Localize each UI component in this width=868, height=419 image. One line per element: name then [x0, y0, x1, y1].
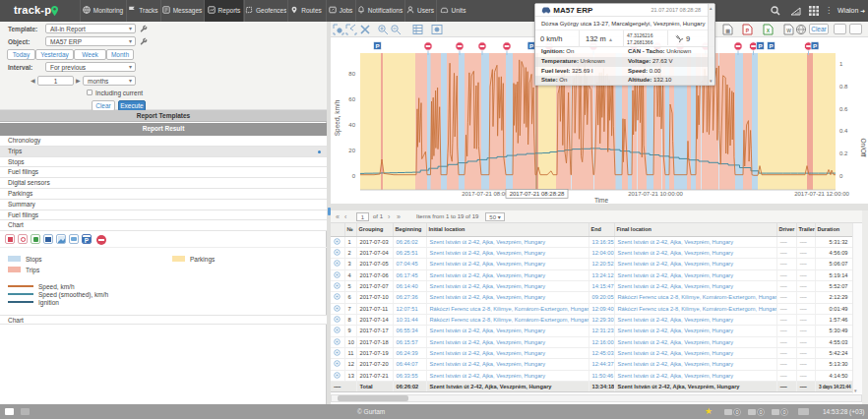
svg-text:20: 20	[348, 148, 355, 153]
svg-text:2017-07-21 10:00:00: 2017-07-21 10:00:00	[628, 191, 683, 197]
svg-text:▦: ▦	[725, 28, 730, 33]
svg-text:2017-07-21 08:28:28: 2017-07-21 08:28:28	[510, 191, 565, 197]
svg-text:0.4: 0.4	[839, 128, 848, 134]
svg-text:80: 80	[348, 71, 355, 77]
svg-text:60: 60	[348, 96, 355, 102]
svg-text:P: P	[529, 42, 533, 49]
svg-text:P: P	[769, 42, 773, 49]
svg-text:On/Off: On/Off	[860, 138, 867, 156]
svg-text:P: P	[375, 42, 379, 49]
svg-text:0.2: 0.2	[839, 150, 848, 156]
svg-text:P: P	[758, 42, 762, 49]
svg-text:W: W	[786, 28, 791, 33]
svg-text:Time: Time	[594, 197, 609, 204]
svg-text:Speed, km/h: Speed, km/h	[334, 99, 341, 136]
svg-text:0.8: 0.8	[839, 84, 848, 90]
svg-text:40: 40	[348, 122, 355, 128]
svg-text:2017-07-21 12:00:00: 2017-07-21 12:00:00	[794, 191, 849, 197]
svg-text:0.6: 0.6	[839, 106, 848, 112]
svg-text:P: P	[813, 42, 817, 49]
